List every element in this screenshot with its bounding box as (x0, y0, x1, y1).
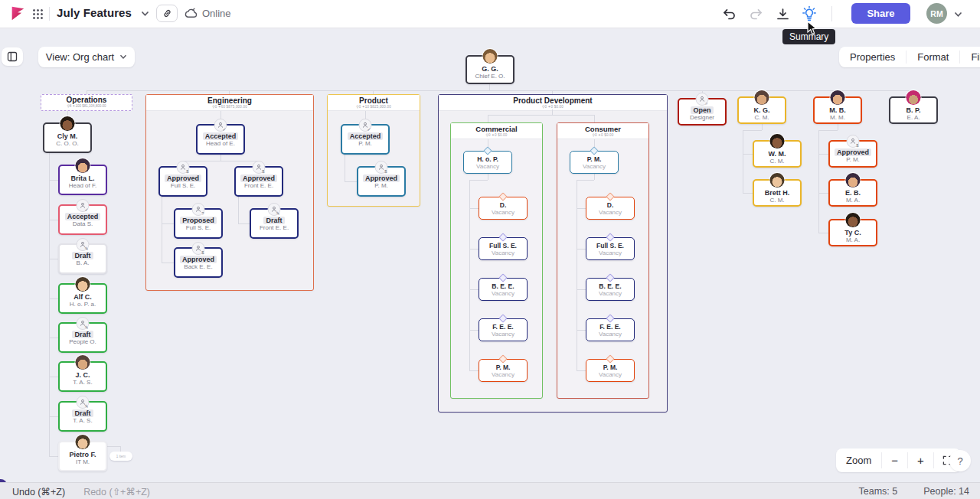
connector-line (238, 223, 250, 224)
node-status: Draft (72, 409, 93, 417)
section-stats: ⚲0 ✦0 $0.00 (439, 105, 667, 109)
filter-button[interactable]: Filter (960, 47, 980, 67)
vacancy-node[interactable]: H. o. P. Vacancy (463, 151, 512, 174)
section-operations-header[interactable]: Operations ⚲8 ✦100 $81,104,800.00 (41, 94, 132, 111)
vacancy-node[interactable]: P. M. Vacancy (586, 359, 635, 382)
vacancy-node[interactable]: B. E. E. Vacancy (479, 278, 528, 301)
org-node[interactable]: M. B. M. M. (813, 96, 862, 124)
online-status-label: Online (202, 8, 231, 19)
zoom-menu-button[interactable]: Zoom (836, 448, 881, 472)
share-button[interactable]: Share (851, 3, 910, 24)
node-subtitle: Vacancy (464, 163, 511, 170)
org-node[interactable]: E. B. M. A. (828, 179, 877, 207)
node-title: E. B. (830, 189, 876, 197)
connector-line (743, 130, 743, 193)
org-node[interactable]: Brita L. Head of F. (58, 165, 107, 195)
org-node-ceo[interactable]: G. G. Chief E. O. (466, 55, 514, 84)
connector-line (229, 90, 230, 94)
title-chevron-down-icon[interactable] (141, 11, 149, 17)
zoom-in-button[interactable]: + (908, 448, 933, 472)
connector-line (577, 289, 586, 290)
connector-line (552, 90, 553, 94)
chevron-down-icon (119, 54, 127, 60)
redo-button[interactable] (746, 3, 767, 24)
node-status: Approved (363, 174, 400, 182)
collapsed-items-pill[interactable]: 1 item (109, 452, 132, 461)
node-subtitle: Vacancy (586, 331, 634, 338)
vacancy-node[interactable]: P. M. Vacancy (479, 359, 528, 382)
node-title: Pietro F. (60, 451, 106, 458)
connector-line (49, 259, 58, 259)
vacancy-node[interactable]: B. E. E. Vacancy (586, 278, 635, 301)
node-status: Accepted (65, 213, 101, 220)
org-node[interactable]: $ Approved P. M. (828, 140, 877, 168)
connector-line (183, 161, 260, 161)
org-node[interactable]: J. C. T. A. S. (58, 361, 107, 392)
vacancy-node[interactable]: Full S. E. Vacancy (586, 237, 635, 260)
org-node[interactable]: ✎ Draft People O. (58, 322, 107, 353)
app-logo-icon[interactable] (9, 5, 26, 22)
node-title: F. E. E. (586, 323, 634, 331)
node-subtitle: Vacancy (479, 209, 527, 216)
node-status: Draft (72, 331, 93, 338)
teams-count: Teams: 5 (859, 486, 898, 497)
app-grid-icon[interactable] (32, 8, 43, 19)
format-button[interactable]: Format (906, 47, 959, 67)
vacancy-node[interactable]: Full S. E. Vacancy (479, 237, 528, 260)
org-node[interactable]: ? Proposed Full S. E. (174, 208, 223, 239)
account-chevron-down-icon[interactable] (954, 11, 962, 18)
org-node[interactable]: W. M. C. M. (753, 140, 802, 168)
section-title: Engineering (146, 96, 313, 105)
person-pencil-icon: ✎ (268, 203, 281, 216)
org-node[interactable]: ✎ Draft B. A. (58, 243, 107, 274)
vacancy-node[interactable]: F. E. E. Vacancy (479, 318, 528, 341)
download-button[interactable] (772, 3, 793, 24)
connector-line (552, 109, 553, 115)
zoom-out-button[interactable]: − (882, 448, 907, 472)
node-title: Full S. E. (479, 242, 527, 250)
org-node[interactable]: K. G. C. M. (737, 96, 786, 124)
undo-shortcut-label[interactable]: Undo (⌘+Z) (12, 486, 65, 497)
org-node[interactable]: $ Approved Front E. E. (234, 166, 283, 197)
properties-button[interactable]: Properties (839, 47, 906, 67)
vacancy-node[interactable]: P. M. Vacancy (570, 151, 619, 174)
help-button[interactable]: ? (949, 450, 971, 471)
vacancy-node[interactable]: F. E. E. Vacancy (586, 318, 635, 341)
org-node[interactable]: Ty C. M. A. (828, 219, 877, 246)
node-subtitle: Chief E. O. (467, 73, 513, 80)
org-node-coo[interactable]: Cly M. C. O. O. (43, 122, 92, 153)
user-avatar[interactable]: RM (926, 3, 947, 24)
node-subtitle: Vacancy (586, 250, 634, 256)
copy-link-button[interactable] (156, 5, 178, 22)
org-node[interactable]: $ Approved Back E. E. (174, 247, 223, 278)
org-node[interactable]: ✓ Accepted Data S. (58, 204, 107, 235)
person-question-icon: ? (192, 203, 205, 216)
org-node[interactable]: B. P. E. A. (889, 96, 938, 124)
connector-line (594, 174, 595, 180)
undo-button[interactable] (718, 3, 740, 24)
sidebar-toggle-button[interactable] (2, 47, 23, 66)
connector-line (838, 124, 838, 130)
view-selector-button[interactable]: View: Org chart (38, 47, 135, 67)
org-node[interactable]: Alf C. H. o. P. a. (58, 283, 107, 314)
org-node[interactable]: $ Approved Full S. E. (158, 166, 207, 197)
node-subtitle: Vacancy (479, 250, 527, 256)
connector-line (818, 154, 828, 155)
connector-line (469, 249, 479, 250)
org-node[interactable]: Pietro F. IT M. (58, 441, 107, 471)
org-node[interactable]: ✓ Accepted Head of E. (196, 124, 245, 155)
org-node[interactable]: ✎ Draft Front E. E. (250, 208, 299, 239)
section-stats: ⚲0 ✦60 $875,000.00 (146, 105, 313, 109)
org-node[interactable]: ✓ Accepted P. M. (341, 124, 390, 155)
document-title[interactable]: July Features (57, 6, 132, 19)
vacancy-node[interactable]: D. Vacancy (479, 197, 528, 220)
org-node[interactable]: Brett H. C. M. (753, 179, 802, 207)
vacancy-node[interactable]: D. Vacancy (586, 197, 635, 220)
node-status: Approved (165, 174, 201, 182)
org-node[interactable]: ✎ Draft T. A. S. (58, 401, 107, 432)
connector-line (594, 115, 595, 122)
org-node[interactable]: $ Approved P. M. (357, 166, 406, 197)
org-node[interactable]: ⌕ Open Designer (678, 98, 727, 126)
person-dollar-icon: $ (375, 161, 388, 174)
node-title: Alf C. (60, 293, 106, 301)
